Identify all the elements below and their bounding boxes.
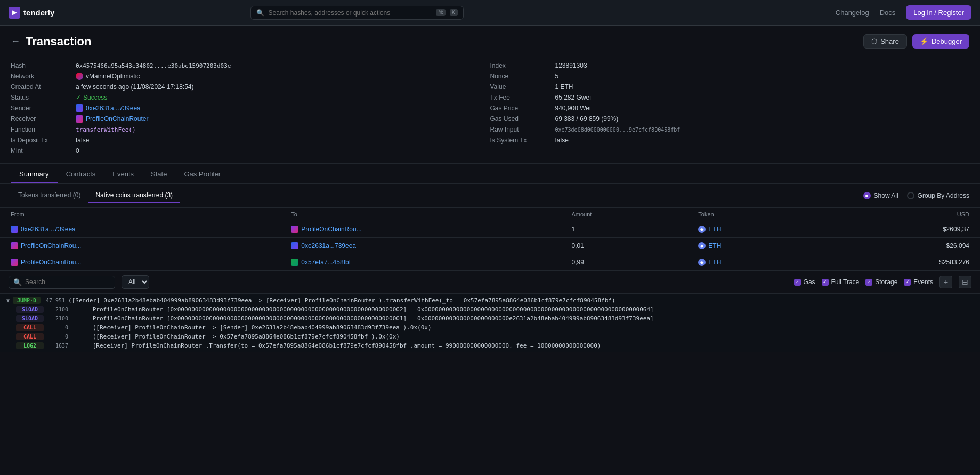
storage-label: Storage	[875, 278, 897, 286]
gas-num: 0	[47, 334, 68, 340]
to-cell: 0x57efa7...458fbf	[280, 254, 561, 271]
deposit-value: false	[76, 136, 89, 144]
group-by-radio[interactable]	[907, 192, 914, 199]
trace-text: [Receiver] ProfileOnChainRouter .Transfe…	[71, 342, 601, 349]
gas-num: 2100	[47, 307, 68, 312]
tab-state[interactable]: State	[142, 166, 175, 183]
table-row: ProfileOnChainRou... 0x57efa7...458fbf 0…	[0, 254, 980, 271]
tab-events[interactable]: Events	[104, 166, 142, 183]
group-by-option[interactable]: Group By Address	[907, 192, 969, 199]
trace-option-events[interactable]: ✓ Events	[904, 278, 933, 286]
created-value: a few seconds ago (11/08/2024 17:18:54)	[76, 83, 194, 91]
tx-mint-row: Mint 0	[11, 147, 490, 155]
to-icon	[291, 242, 298, 249]
tab-native-coins[interactable]: Native coins transferred (3)	[88, 188, 180, 203]
events-checkbox[interactable]: ✓	[904, 279, 911, 286]
network-dot	[76, 73, 83, 80]
trace-option-fulltrace[interactable]: ✓ Full Trace	[822, 278, 860, 286]
tab-tokens-transferred[interactable]: Tokens transferred (0)	[11, 188, 88, 203]
mint-value: 0	[76, 147, 79, 155]
page-title: Transaction	[26, 35, 91, 49]
trace-option-gas[interactable]: ✓ Gas	[794, 278, 815, 286]
network-label: Network	[11, 73, 69, 80]
page-title-row: ← Transaction	[11, 35, 91, 49]
share-button[interactable]: ⬡ Share	[863, 34, 907, 49]
gasused-value: 69 383 / 69 859 (99%)	[555, 115, 619, 123]
transfer-table: From To Amount Token USD 0xe2631a...739e…	[0, 208, 980, 271]
op-badge: SLOAD	[16, 315, 44, 322]
gas-num: 2100	[47, 316, 68, 321]
table-row: ProfileOnChainRou... 0xe2631a...739eea 0…	[0, 238, 980, 254]
tx-function-row: Function transferWithFee()	[11, 126, 490, 133]
nonce-label: Nonce	[490, 73, 549, 80]
col-to: To	[280, 208, 561, 221]
op-badge: JUMP·D	[13, 297, 41, 304]
tab-summary[interactable]: Summary	[11, 166, 58, 183]
op-badge: CALL	[16, 324, 44, 331]
from-cell: 0xe2631a...739eea	[0, 221, 280, 238]
trace-option-storage[interactable]: ✓ Storage	[865, 278, 897, 286]
gasprice-label: Gas Price	[490, 104, 549, 112]
nav-links: Changelog Docs Log in / Register	[836, 5, 971, 20]
tx-col-left: Hash 0x4575466a95a543e34802....e30abe159…	[11, 62, 490, 155]
systemtx-label: Is System Tx	[490, 136, 549, 144]
debugger-button[interactable]: ⚡ Debugger	[912, 34, 969, 49]
trace-search[interactable]: 🔍	[9, 276, 115, 289]
from-icon	[11, 226, 18, 233]
fulltrace-checkbox[interactable]: ✓	[822, 279, 829, 286]
tx-deposit-row: Is Deposit Tx false	[11, 136, 490, 144]
search-kbd-arrow: ⌘	[436, 9, 446, 16]
tx-network-row: Network vMainnetOptimistic	[11, 73, 490, 80]
col-amount: Amount	[561, 208, 687, 221]
created-label: Created At	[11, 83, 69, 91]
mint-label: Mint	[11, 147, 69, 155]
deposit-label: Is Deposit Tx	[11, 136, 69, 144]
function-value: transferWithFee()	[76, 126, 136, 133]
rawinput-label: Raw Input	[490, 126, 549, 133]
tx-txfee-row: Tx Fee 65.282 Gwei	[490, 94, 970, 101]
fulltrace-label: Full Trace	[831, 278, 860, 286]
show-all-option[interactable]: Show All	[863, 192, 898, 199]
transfer-tabs: Tokens transferred (0) Native coins tran…	[11, 188, 180, 203]
trace-text: ProfileOnChainRouter [0x0000000000000000…	[71, 315, 654, 322]
search-bar[interactable]: 🔍 ⌘ K	[250, 6, 464, 20]
tx-col-right: Index 123891303 Nonce 5 Value 1 ETH Tx F…	[490, 62, 970, 155]
trace-text: ([Receiver] ProfileOnChainRouter => 0x57…	[71, 333, 400, 340]
status-label: Status	[11, 94, 69, 101]
search-kbd-k: K	[450, 9, 458, 16]
receiver-label: Receiver	[11, 115, 69, 123]
tab-gas-profiler[interactable]: Gas Profiler	[175, 166, 229, 183]
changelog-link[interactable]: Changelog	[836, 9, 869, 17]
trace-filter-select[interactable]: All	[122, 275, 149, 289]
trace-expand-button[interactable]: +	[939, 276, 952, 288]
receiver-icon	[76, 115, 83, 123]
docs-link[interactable]: Docs	[880, 9, 896, 17]
tx-index-row: Index 123891303	[490, 62, 970, 69]
back-arrow[interactable]: ←	[11, 36, 20, 47]
from-icon	[11, 242, 18, 249]
gas-checkbox[interactable]: ✓	[794, 279, 801, 286]
hash-label: Hash	[11, 62, 69, 69]
col-from: From	[0, 208, 280, 221]
sender-icon	[76, 104, 83, 112]
tx-receiver-row: Receiver ProfileOnChainRouter	[11, 115, 490, 123]
trace-search-input[interactable]	[25, 278, 100, 286]
trace-collapse-button[interactable]: ⊟	[959, 276, 971, 288]
network-value: vMainnetOptimistic	[76, 73, 140, 80]
usd-cell: $2583,276	[823, 254, 980, 271]
storage-checkbox[interactable]: ✓	[865, 279, 872, 286]
col-token: Token	[687, 208, 822, 221]
from-icon	[11, 259, 18, 266]
logo-icon: ▶	[9, 7, 20, 19]
tx-info: Hash 0x4575466a95a543e34802....e30abe159…	[0, 53, 980, 164]
tx-sender-row: Sender 0xe2631a...739eea	[11, 104, 490, 112]
search-input[interactable]	[269, 9, 432, 17]
from-cell: ProfileOnChainRou...	[0, 254, 280, 271]
login-button[interactable]: Log in / Register	[906, 5, 971, 20]
trace-search-icon: 🔍	[13, 278, 22, 286]
tab-contracts[interactable]: Contracts	[58, 166, 104, 183]
expand-arrow[interactable]: ▼	[6, 297, 10, 303]
show-all-radio[interactable]	[863, 192, 871, 199]
token-cell: ◆ETH	[687, 238, 822, 254]
trace-line: CALL 0 ([Receiver] ProfileOnChainRouter …	[0, 323, 980, 332]
